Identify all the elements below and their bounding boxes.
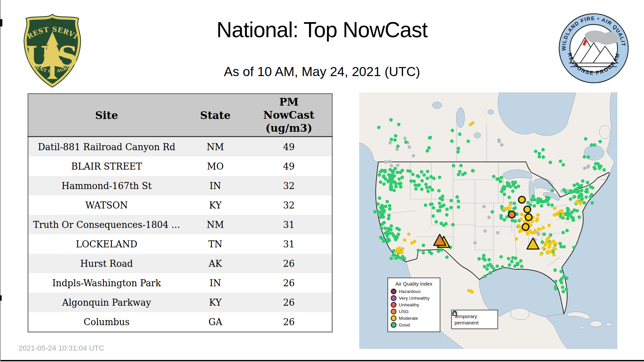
aqi-dot-good	[414, 187, 418, 190]
aqi-dot-good	[514, 256, 517, 260]
column-header-site: Site	[28, 94, 185, 137]
aqi-dot-good	[503, 218, 506, 222]
aqi-dot-good	[503, 193, 506, 196]
aqi-dot-good	[387, 214, 391, 217]
aqi-dot-moderate	[518, 230, 521, 233]
aqi-dot-good	[580, 184, 583, 187]
legend-item-good: Good	[391, 322, 437, 328]
aqi-dot-good	[450, 139, 453, 143]
aqi-dot-good	[569, 189, 572, 192]
aqi-dot-good	[430, 252, 433, 255]
aqi-dot-good	[378, 173, 381, 177]
aqi-dot-good	[542, 155, 545, 159]
monitor-type-legend: temporary permanent	[451, 310, 498, 329]
site-cell: BLAIR STREET	[28, 157, 185, 176]
site-marker-circle	[519, 196, 525, 203]
aqi-dot-good	[508, 185, 512, 188]
site-cell: WATSON	[28, 195, 185, 215]
aqi-dot-good	[482, 257, 485, 260]
aqi-dot-nodata	[497, 138, 501, 141]
aqi-dot-moderate	[552, 253, 555, 256]
column-header-pm: PM NowCast (ug/m3)	[246, 94, 332, 137]
aqi-dot-good	[409, 170, 412, 173]
table-row: LOCKELANDTN31	[28, 234, 332, 254]
legend-swatch	[391, 302, 396, 308]
aqi-dot-good	[497, 177, 500, 181]
forest-service-logo: FOREST SERVICE U S DEPARTMENT OF AGRICUL…	[20, 13, 85, 88]
aqi-dot-good	[376, 202, 380, 206]
aqi-dot-good	[387, 217, 390, 220]
aqi-dot-good	[382, 210, 385, 213]
aqi-dot-good	[538, 152, 541, 155]
aqi-dot-good	[432, 206, 435, 209]
aqi-dot-moderate	[545, 238, 549, 241]
aqi-dot-nodata	[412, 154, 415, 157]
aqi-dot-good	[549, 161, 552, 164]
aqi-dot-good	[590, 193, 593, 196]
aqi-dot-good	[457, 199, 460, 203]
edge-mark-bottom	[0, 295, 2, 301]
aqi-map: Air Quality Index HazardousVery Unhealth…	[359, 93, 617, 349]
aqi-dot-good	[457, 150, 460, 154]
legend-label: Unhealthy	[399, 302, 419, 307]
aqi-dot-good	[389, 257, 393, 260]
aqi-dot-good	[598, 167, 601, 170]
aqi-dot-good	[412, 180, 416, 183]
aqi-dot-good	[420, 170, 423, 174]
legend-label: Good	[399, 322, 410, 327]
aqi-dot-moderate	[395, 250, 398, 253]
aqi-dot-good	[576, 187, 579, 190]
state-cell: GA	[185, 312, 246, 332]
value-cell: 32	[246, 176, 332, 195]
aqi-dot-nodata	[496, 231, 499, 234]
table-row: Hammond-167th StIN32	[28, 176, 332, 195]
site-cell: Columbus	[28, 312, 185, 332]
aqi-dot-good	[562, 245, 566, 248]
state-cell: NM	[185, 215, 246, 234]
aqi-dot-good	[399, 182, 402, 185]
aqi-dot-nodata	[473, 241, 477, 244]
aqi-dot-good	[384, 227, 387, 230]
value-cell: 26	[246, 312, 332, 332]
aqi-dot-moderate	[553, 247, 557, 250]
aqi-dot-moderate	[407, 232, 411, 236]
aqi-dot-good	[565, 287, 568, 291]
value-cell: 32	[246, 195, 332, 215]
legend-label: USG	[399, 309, 409, 314]
aqi-dot-good	[396, 171, 399, 174]
aqi-dot-good	[379, 180, 382, 184]
aqi-dot-good	[385, 238, 388, 241]
aqi-dot-good	[533, 204, 536, 207]
aqi-dot-moderate	[403, 238, 406, 242]
site-cell: LOCKELAND	[28, 234, 185, 254]
aqi-dot-good	[384, 177, 387, 181]
aqi-dot-good	[510, 260, 514, 263]
aqi-dot-good	[403, 257, 406, 260]
aqi-dot-good	[536, 201, 540, 204]
aqi-dot-good	[519, 259, 523, 262]
aqi-dot-good	[590, 201, 594, 204]
aqi-legend: Air Quality Index HazardousVery Unhealth…	[387, 278, 440, 332]
aqi-dot-good	[559, 270, 563, 273]
table-row: Truth Or Consequences-1804 ...NM31	[28, 215, 332, 234]
aqi-dot-good	[396, 144, 399, 148]
aqi-dot-good	[500, 176, 503, 179]
aqi-dot-good	[513, 264, 517, 268]
aqi-dot-good	[431, 214, 435, 218]
aqi-dot-moderate	[533, 231, 536, 234]
lake-winnipeg	[457, 108, 465, 128]
aqi-dot-moderate	[548, 242, 551, 246]
aqi-dot-good	[397, 233, 400, 236]
aqi-dot-good	[390, 138, 393, 141]
aqi-dot-good	[489, 271, 492, 275]
aqi-dot-moderate	[544, 242, 547, 245]
aqi-dot-good	[445, 213, 448, 217]
aqi-dot-nodata	[395, 147, 399, 151]
aqi-dot-good	[438, 176, 441, 179]
aqi-dot-nodata	[500, 143, 503, 146]
aqi-dot-good	[426, 189, 430, 193]
yucatan	[511, 308, 529, 319]
aqi-dot-good	[602, 168, 606, 172]
aqi-dot-good	[580, 189, 583, 192]
legend-item-usg: USG	[391, 309, 437, 314]
